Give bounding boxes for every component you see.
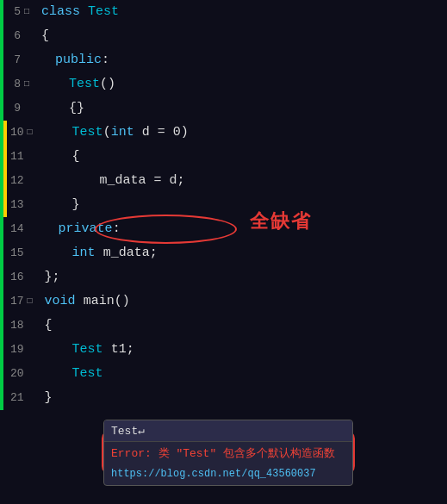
keyword-public: public	[55, 52, 102, 69]
tooltip-error-text: Error: 类 "Test" 包含多个默认构造函数	[104, 442, 352, 466]
brace-18: {	[45, 317, 53, 334]
green-indicator	[0, 289, 3, 314]
gutter-19: 19	[0, 338, 38, 362]
keyword-class: class	[41, 3, 88, 21]
brace-open: {	[41, 28, 49, 45]
code-lines: 5 □ class Test 6 { 7	[0, 0, 447, 410]
green-indicator	[0, 96, 3, 121]
line-number-16: 16	[0, 265, 28, 289]
gutter-18: 18	[0, 314, 38, 338]
code-line-7: 7 public:	[0, 48, 447, 72]
keyword-int: int	[111, 124, 134, 141]
gutter-8: 8 □	[0, 72, 34, 96]
green-indicator	[0, 72, 3, 96]
line-content-17: void main()	[38, 289, 447, 314]
green-indicator	[0, 362, 3, 386]
colon-14: :	[113, 221, 121, 238]
param: d = 0)	[134, 124, 189, 141]
code-line-18: 18 {	[0, 314, 447, 338]
keyword-void: void	[45, 293, 76, 310]
line-number-20: 20	[0, 362, 28, 386]
line-number-14: 14	[0, 217, 28, 241]
code-line-15: 15 int m_data;	[0, 241, 447, 265]
line-content-9: {}	[34, 96, 447, 121]
gutter-9: 9	[0, 96, 34, 121]
line-content-5: class Test	[34, 0, 447, 24]
gutter-14: 14	[0, 217, 38, 241]
code-line-20: 20 Test	[0, 362, 447, 386]
green-indicator	[0, 48, 3, 72]
line-content-21: }	[38, 386, 447, 410]
green-indicator	[0, 217, 3, 241]
code-line-16: 16 };	[0, 265, 447, 289]
line-number-5: 5	[0, 0, 24, 24]
assignment: m_data = d;	[100, 172, 185, 190]
tooltip-header: Test↵	[104, 420, 352, 442]
gutter-12: 12	[0, 169, 38, 193]
line-content-13: }	[38, 193, 447, 217]
code-line-11: 11 {	[0, 145, 447, 169]
yellow-indicator	[3, 169, 7, 193]
class-end: };	[45, 269, 60, 286]
gutter-20: 20	[0, 362, 38, 386]
code-line-13: 13 }	[0, 193, 447, 217]
collapse-icon-10[interactable]: □	[28, 121, 38, 145]
line-number-21: 21	[0, 386, 28, 410]
code-line-6: 6 {	[0, 24, 447, 48]
code-line-5: 5 □ class Test	[0, 0, 447, 24]
tooltip-link[interactable]: https://blog.csdn.net/qq_43560037	[104, 466, 352, 485]
code-line-14: 14 private:	[0, 217, 447, 241]
line-content-20: Test	[38, 362, 447, 386]
constructor-test2: Test	[72, 124, 103, 141]
brace-open-11: {	[72, 148, 80, 165]
test-type-19: Test	[72, 341, 103, 358]
gutter-6: 6	[0, 24, 34, 48]
keyword-private: private	[59, 221, 113, 238]
gutter-16: 16	[0, 265, 38, 289]
space-20	[103, 365, 111, 383]
line-number-7: 7	[0, 48, 24, 72]
line-content-6: {	[34, 24, 447, 48]
collapse-icon-17[interactable]: □	[28, 289, 38, 314]
code-line-10: 10 □ Test(int d = 0)	[0, 121, 447, 145]
line-content-18: {	[38, 314, 447, 338]
tooltip-header-text: Test↵	[111, 425, 145, 438]
constructor-test: Test	[69, 76, 100, 93]
green-indicator	[0, 386, 3, 410]
gutter-11: 11	[0, 145, 38, 169]
collapse-icon-8[interactable]: □	[24, 72, 34, 96]
line-content-7: public:	[34, 48, 447, 72]
gutter-5: 5 □	[0, 0, 34, 24]
gutter-15: 15	[0, 241, 38, 265]
line-content-16: };	[38, 265, 447, 289]
brace-close-13: }	[72, 196, 80, 214]
line-number-9: 9	[0, 96, 24, 121]
line-content-12: m_data = d;	[38, 169, 447, 193]
line-content-11: {	[38, 145, 447, 169]
gutter-13: 13	[0, 193, 38, 217]
yellow-indicator	[3, 145, 7, 169]
line-content-15: int m_data;	[38, 241, 447, 265]
green-indicator	[0, 265, 3, 289]
code-line-8: 8 □ Test()	[0, 72, 447, 96]
code-editor: 5 □ class Test 6 { 7	[0, 0, 447, 504]
colon: :	[102, 52, 109, 69]
green-indicator	[0, 0, 3, 24]
main-func: main()	[76, 293, 130, 310]
code-line-17: 17 □ void main()	[0, 289, 447, 314]
line-number-19: 19	[0, 338, 28, 362]
line-content-8: Test()	[34, 72, 447, 96]
code-line-21: 21 }	[0, 386, 447, 410]
code-line-12: 12 m_data = d;	[0, 169, 447, 193]
collapse-icon-5[interactable]: □	[24, 0, 34, 24]
brace-close-21: }	[45, 389, 53, 407]
member: m_data;	[96, 245, 158, 262]
gutter-10: 10 □	[0, 121, 38, 145]
line-content-10: Test(int d = 0)	[38, 121, 447, 145]
line-number-17: 17	[0, 289, 28, 314]
green-indicator	[0, 241, 3, 265]
line-number-6: 6	[0, 24, 24, 48]
line-number-18: 18	[0, 314, 28, 338]
class-name: Test	[88, 3, 119, 21]
gutter-21: 21	[0, 386, 38, 410]
